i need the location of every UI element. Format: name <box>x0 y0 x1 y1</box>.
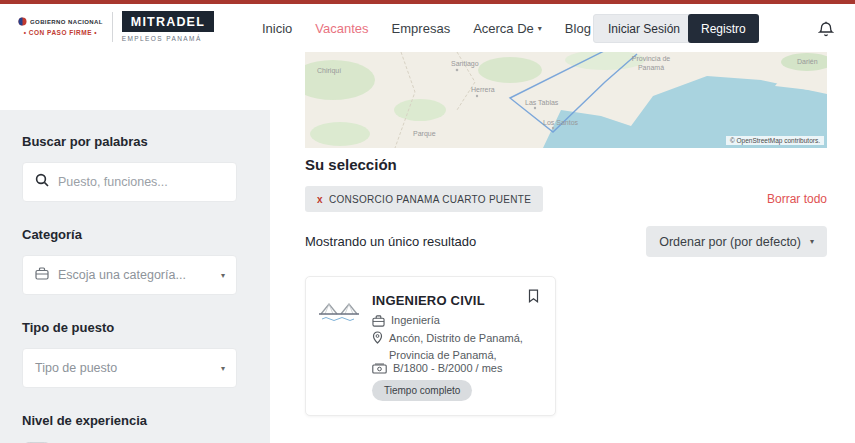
briefcase-icon <box>35 267 49 283</box>
search-icon <box>35 173 49 191</box>
gov-emblem-icon <box>18 17 27 27</box>
selection-chip-row: x CONSORCIO PANAMA CUARTO PUENTE Borrar … <box>305 186 827 212</box>
results-row: Mostrando un único resultado Ordenar por… <box>305 226 827 257</box>
map-attribution[interactable]: © OpenStreetMap contributors. <box>726 136 824 145</box>
map-label-santiago: Santiago <box>451 60 479 67</box>
keyword-search-box <box>22 162 237 202</box>
logo-divider <box>112 12 113 42</box>
map-label-las-tablas: Las Tablas <box>525 99 558 106</box>
experience-heading: Nivel de experiencia <box>22 413 248 428</box>
register-button[interactable]: Registro <box>688 14 759 43</box>
search-input[interactable] <box>58 175 224 189</box>
brand-name: MITRADEL <box>122 11 214 32</box>
sort-dropdown[interactable]: Ordenar por (por defecto) ▾ <box>646 226 827 257</box>
job-type-badge: Tiempo completo <box>372 380 472 401</box>
chip-label: CONSORCIO PANAMA CUARTO PUENTE <box>329 194 531 205</box>
brand-block: MITRADEL EMPLEOS PANAMÁ <box>122 11 214 42</box>
chevron-down-icon: ▾ <box>538 24 542 33</box>
site-logo[interactable]: GOBIERNO NACIONAL • CON PASO FIRME • MIT… <box>18 11 214 42</box>
nav-item-acerca-de[interactable]: Acerca De▾ <box>473 21 542 36</box>
map-label-parque: Parque <box>413 130 436 137</box>
job-type-heading: Tipo de puesto <box>22 320 248 335</box>
gov-slogan: • CON PASO FIRME • <box>24 29 97 36</box>
chip-remove-icon[interactable]: x <box>317 194 323 205</box>
brand-tagline: EMPLEOS PANAMÁ <box>122 35 214 42</box>
gov-name: GOBIERNO NACIONAL <box>30 19 103 25</box>
job-type-select-value: Tipo de puesto <box>35 361 117 375</box>
job-location-row: Ancón, Distrito de Panamá, Provincia de … <box>372 330 530 364</box>
job-salary-row: B/1800 - B/2000 / mes <box>372 362 502 374</box>
nav-item-vacantes[interactable]: Vacantes <box>315 21 368 36</box>
bookmark-icon[interactable] <box>528 289 539 307</box>
category-heading: Categoría <box>22 227 248 242</box>
clear-all-link[interactable]: Borrar todo <box>767 192 827 206</box>
job-salary: B/1800 - B/2000 / mes <box>393 362 502 374</box>
map-label-herrera: Herrera <box>471 86 495 93</box>
login-button[interactable]: Iniciar Sesión <box>593 14 695 43</box>
filter-chip-consorcio[interactable]: x CONSORCIO PANAMA CUARTO PUENTE <box>305 186 543 212</box>
category-select-value: Escoja una categoría... <box>58 268 186 282</box>
map-label-darien: Darién <box>797 58 818 65</box>
map-label-provincia: Provincia de Panamá <box>629 54 673 72</box>
job-category-row: Ingeniería <box>372 314 440 327</box>
filters-sidebar: Buscar por palabras Categoría Escoja una… <box>0 110 270 443</box>
job-type-select[interactable]: Tipo de puesto ▾ <box>22 348 237 388</box>
map-label-chiriqui: Chiriquí <box>317 67 341 74</box>
job-location: Ancón, Distrito de Panamá, Provincia de … <box>389 330 530 364</box>
notifications-bell-icon[interactable] <box>818 21 834 42</box>
selection-heading: Su selección <box>305 156 397 173</box>
banknote-icon <box>372 363 387 374</box>
chevron-down-icon: ▾ <box>810 237 814 246</box>
job-card[interactable]: INGENIERO CIVIL Ingeniería Ancón, Distri… <box>305 276 556 416</box>
chevron-down-icon: ▾ <box>221 364 225 373</box>
nav-item-inicio[interactable]: Inicio <box>262 21 292 36</box>
category-select[interactable]: Escoja una categoría... ▾ <box>22 255 237 295</box>
government-logo: GOBIERNO NACIONAL • CON PASO FIRME • <box>18 17 103 36</box>
company-logo <box>319 299 359 329</box>
briefcase-icon <box>372 315 385 327</box>
map-graphic <box>305 52 827 148</box>
search-heading: Buscar por palabras <box>22 134 248 149</box>
results-count: Mostrando un único resultado <box>305 234 476 249</box>
map-label-los-santos: Los Santos <box>543 119 578 126</box>
job-category: Ingeniería <box>391 314 440 326</box>
chevron-down-icon: ▾ <box>221 271 225 280</box>
location-pin-icon <box>372 331 383 344</box>
map-canvas[interactable]: Chiriquí Santiago Herrera Las Tablas Los… <box>305 52 827 148</box>
nav-item-empresas[interactable]: Empresas <box>392 21 451 36</box>
job-title: INGENIERO CIVIL <box>372 293 485 308</box>
header: GOBIERNO NACIONAL • CON PASO FIRME • MIT… <box>0 4 855 52</box>
